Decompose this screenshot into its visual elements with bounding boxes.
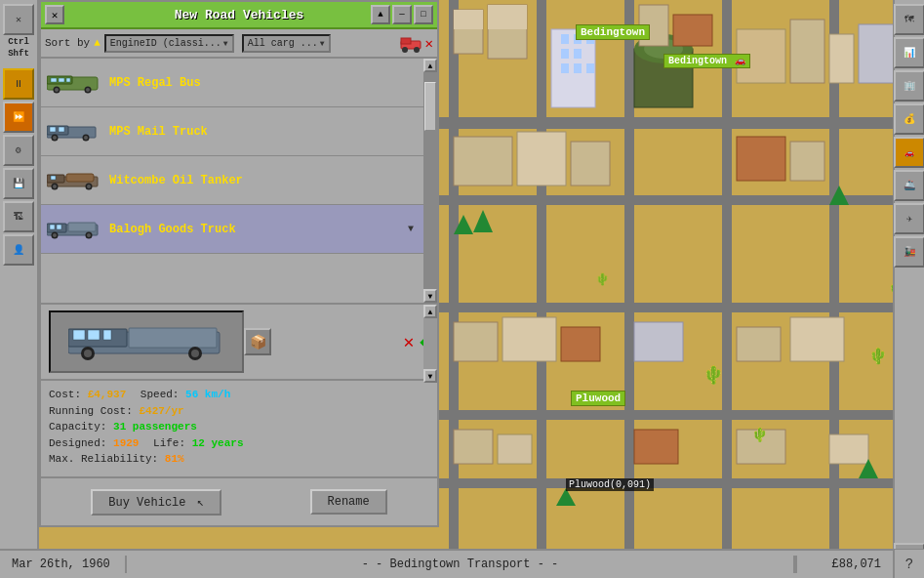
fast-forward-btn[interactable]: ⏩	[3, 102, 34, 133]
status-money: £88,071	[795, 556, 893, 573]
company-icon: 🏢	[904, 80, 915, 92]
trains-btn[interactable]: 🚂	[894, 236, 924, 268]
town-pluwood: Pluwood	[571, 391, 625, 406]
vehicle-icon-small	[399, 33, 422, 53]
buy-vehicle-btn[interactable]: Buy Vehicle ↖	[91, 489, 221, 516]
cost-label: Cost:	[49, 389, 81, 400]
pause-btn[interactable]: ⏸	[3, 68, 34, 100]
status-help-btn[interactable]: ?	[893, 550, 924, 578]
window-close-btn[interactable]: ✕	[45, 5, 64, 24]
ships-btn[interactable]: 🚢	[894, 170, 924, 201]
city-svg: 🌵 🌵 🌵 🌵 🌵	[400, 0, 924, 578]
running-cost-value: £427/yr	[139, 405, 183, 417]
list-scroll-up-btn[interactable]: ▲	[423, 59, 437, 72]
svg-rect-28	[673, 15, 712, 46]
svg-rect-75	[59, 127, 64, 132]
aircraft-btn[interactable]: ✈	[894, 203, 924, 234]
scroll-thumb[interactable]	[424, 82, 436, 131]
profile-btn[interactable]: 👤	[3, 234, 34, 266]
company-btn[interactable]: 🏢	[894, 70, 924, 102]
toolbar-close-btn[interactable]: ✕	[3, 4, 34, 35]
svg-rect-67	[66, 78, 70, 82]
vehicle-name: Witcombe Oil Tanker	[109, 174, 431, 187]
svg-rect-9	[722, 0, 732, 578]
life-label: Life:	[153, 437, 185, 449]
train-icon: 🚂	[904, 246, 915, 258]
svg-rect-10	[829, 0, 839, 578]
stats-btn[interactable]: 📊	[894, 37, 924, 68]
svg-text:🌵: 🌵	[595, 271, 610, 287]
svg-rect-35	[571, 142, 610, 186]
svg-rect-36	[737, 137, 785, 181]
sort-dropdown[interactable]: EngineID (classi... ▼	[104, 34, 234, 53]
list-item[interactable]: MPS Regal Bus	[41, 59, 437, 107]
title-icon-group: ▲ ─ □	[371, 5, 433, 24]
person-icon: 👤	[13, 244, 24, 256]
svg-rect-66	[59, 78, 64, 82]
cargo-dropdown[interactable]: All carg ... ▼	[242, 34, 331, 53]
cost-value: £4,937	[88, 389, 127, 400]
close-icon: ✕	[16, 14, 21, 25]
vehicle-name: MPS Regal Bus	[109, 76, 431, 90]
load-icon-btn[interactable]: 📦	[244, 328, 271, 355]
vehicle-preview-area: 📦 ✕ ◆ ▲ ▼	[41, 303, 437, 381]
save-icon: 💾	[13, 178, 24, 189]
sort-option-text: EngineID (classi...	[110, 38, 221, 49]
svg-text:🌵: 🌵	[703, 364, 725, 386]
vehicle-stats-panel: Cost: £4,937 Speed: 56 km/h Running Cost…	[41, 381, 437, 474]
list-item[interactable]: MPS Mail Truck	[41, 107, 437, 156]
designed-value: 1929	[113, 437, 139, 449]
svg-rect-101	[88, 330, 100, 340]
finance-btn[interactable]: 💰	[894, 103, 924, 135]
svg-rect-102	[103, 330, 111, 340]
build-icon: 🏗	[14, 211, 23, 223]
close-icon: ✕	[52, 9, 59, 21]
svg-rect-8	[624, 0, 634, 578]
svg-rect-19	[561, 49, 569, 59]
svg-rect-41	[634, 322, 683, 361]
svg-point-96	[87, 233, 91, 237]
window-minus-btn[interactable]: ─	[392, 5, 412, 24]
preview-scroll-down-btn[interactable]: ▼	[423, 369, 437, 383]
town-pluwood-pop: Pluwood(0,091)	[566, 478, 654, 491]
scroll-up-icon: ▲	[428, 62, 433, 70]
map-btn[interactable]: 🗺	[894, 4, 924, 35]
window-pin-btn[interactable]: ▲	[371, 5, 390, 24]
svg-rect-99	[129, 328, 217, 348]
ship-icon: 🚢	[904, 180, 915, 191]
settings-btn[interactable]: ⚙	[3, 135, 34, 166]
svg-rect-74	[50, 127, 56, 132]
svg-rect-14	[488, 5, 527, 29]
gear-icon: ⚙	[16, 144, 21, 156]
maximize-icon: □	[421, 10, 425, 20]
speed-value: 56 km/h	[185, 389, 230, 400]
rename-btn[interactable]: Rename	[310, 489, 387, 515]
save-btn[interactable]: 💾	[3, 168, 34, 199]
list-item[interactable]: Balogh Goods Truck ▼	[41, 205, 437, 254]
reliability-value: 81%	[165, 453, 184, 465]
scroll-track	[423, 72, 437, 289]
reliability-label: Max. Reliability:	[49, 453, 158, 465]
svg-rect-20	[574, 49, 582, 59]
svg-rect-82	[66, 174, 94, 182]
bottom-buttons: Buy Vehicle ↖ Rename	[41, 476, 437, 525]
status-date: Mar 26th, 1960	[0, 556, 127, 573]
preview-scroll-up-btn[interactable]: ▲	[423, 305, 437, 318]
pause-icon: ⏸	[14, 78, 23, 90]
list-scroll-down-btn[interactable]: ▼	[423, 289, 437, 303]
list-scrollbar: ▲ ▼	[423, 59, 437, 303]
list-item[interactable]: Witcombe Oil Tanker	[41, 156, 437, 205]
svg-rect-42	[737, 327, 781, 361]
mouse-cursor-icon: ↖	[197, 496, 204, 510]
build-btn[interactable]: 🏗	[3, 201, 34, 232]
vehicle-window: ✕ New Road Vehicles ▲ ─ □ Sort by ▲ Engi…	[39, 0, 439, 527]
svg-point-79	[84, 136, 88, 140]
sort-arrow: ▲	[94, 37, 100, 49]
window-maximize-btn[interactable]: □	[414, 5, 433, 24]
svg-rect-31	[829, 34, 854, 83]
bus-sprite	[47, 72, 101, 94]
svg-rect-6	[449, 0, 459, 578]
svg-rect-40	[561, 327, 600, 361]
scroll-down-icon: ▼	[428, 292, 433, 301]
road-vehicles-btn[interactable]: 🚗	[894, 137, 924, 168]
